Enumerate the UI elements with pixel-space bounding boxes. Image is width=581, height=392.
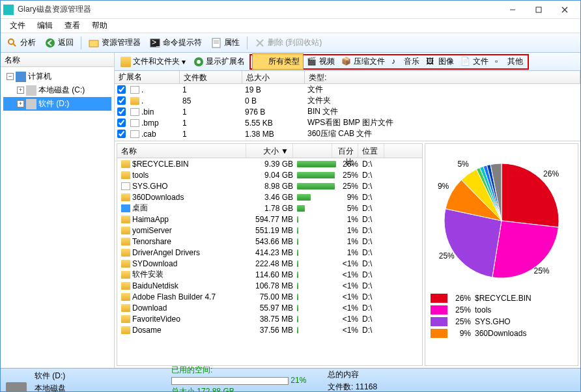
analyze-button[interactable]: 分析	[3, 35, 40, 50]
file-row[interactable]: Dosame37.56 MB<1%D:\	[117, 324, 422, 335]
file-row[interactable]: $RECYCLE.BIN9.39 GB26%D:\	[117, 158, 422, 169]
col-loc[interactable]: 位置	[358, 144, 384, 158]
svg-point-4	[8, 39, 14, 44]
drive-label: 软件 (D:)	[35, 371, 171, 382]
left-panel: 名称 −计算机+本地磁盘 (C:)+软件 (D:)	[1, 53, 115, 368]
ext-checkbox[interactable]	[117, 107, 126, 116]
chevron-down-icon: ▾	[182, 57, 186, 66]
file-row[interactable]: Tenorshare543.66 MB1%D:\	[117, 236, 422, 247]
ext-row[interactable]: .bmp15.55 KBWPS看图 BMP 图片文件	[115, 117, 580, 128]
folder-icon	[121, 160, 130, 168]
file-row[interactable]: 软件安装114.60 MB<1%D:\	[117, 269, 422, 280]
file-row[interactable]: yomiServer551.19 MB1%D:\	[117, 225, 422, 236]
file-row[interactable]: 桌面1.78 GB5%D:\	[117, 203, 422, 214]
col-type[interactable]: 类型:	[305, 71, 580, 83]
show-ext-toggle[interactable]: 显示扩展名	[190, 54, 248, 69]
cmd-button[interactable]: >_命令提示符	[146, 35, 206, 50]
col-name[interactable]: 名称	[117, 144, 246, 158]
file-row[interactable]: Download55.97 MB<1%D:\	[117, 302, 422, 313]
tab-file[interactable]: 📄文件	[457, 54, 492, 69]
tree-expander[interactable]: +	[17, 100, 24, 107]
ext-checkbox[interactable]	[117, 130, 126, 138]
svg-text:25%: 25%	[439, 251, 455, 260]
legend-row: 9%360Downloads	[431, 328, 573, 339]
legend-swatch	[431, 317, 447, 326]
delete-button[interactable]: 删除 (到回收站)	[251, 35, 326, 50]
blank-icon: ▫	[495, 57, 505, 67]
folder-icon	[121, 282, 130, 290]
file-row[interactable]: tools9.04 GB25%D:\	[117, 169, 422, 180]
ext-checkbox[interactable]	[117, 85, 126, 94]
file-row[interactable]: SYS.GHO8.98 GB25%D:\	[117, 180, 422, 191]
summary-label: 总的内容	[328, 369, 380, 380]
folder-icon	[121, 326, 130, 334]
svg-rect-1	[536, 7, 541, 12]
drive-icon	[26, 85, 36, 96]
folder-icon	[121, 304, 130, 312]
maximize-button[interactable]	[526, 1, 552, 18]
file-row[interactable]: Adobe Flash Builder 4.775.00 MB<1%D:\	[117, 291, 422, 302]
folder-icon	[121, 216, 130, 223]
menu-edit[interactable]: 编辑	[32, 19, 58, 33]
folder-icon	[121, 249, 130, 257]
svg-text:26%: 26%	[543, 169, 559, 178]
disk-icon	[6, 382, 27, 393]
file-row[interactable]: BaiduNetdisk106.78 MB<1%D:\	[117, 280, 422, 291]
tab-other[interactable]: ▫其他	[492, 54, 526, 69]
ext-row[interactable]: .bin1976 BBIN 文件	[115, 106, 580, 117]
folder-icon	[121, 260, 130, 268]
file-row[interactable]: SYDownload222.48 MB<1%D:\	[117, 258, 422, 269]
legend-row: 26%$RECYCLE.BIN	[431, 292, 573, 304]
col-pct[interactable]: 百分比	[332, 144, 358, 158]
image-icon: 🖼	[426, 57, 436, 67]
tab-all[interactable]: 所有类型	[252, 53, 304, 70]
close-button[interactable]	[552, 1, 578, 18]
drive-type: 本地磁盘	[35, 383, 171, 393]
tab-archive[interactable]: 📦压缩文件	[338, 54, 388, 69]
ext-checkbox[interactable]	[117, 96, 126, 105]
tab-video[interactable]: 🎬视频	[304, 54, 338, 69]
ext-row[interactable]: .850 B文件夹	[115, 95, 580, 106]
ext-checkbox[interactable]	[117, 119, 126, 127]
tree-expander[interactable]: −	[7, 73, 14, 80]
document-icon: 📄	[461, 57, 471, 67]
menu-view[interactable]: 查看	[59, 19, 85, 33]
tab-image[interactable]: 🖼图像	[423, 54, 457, 69]
menu-help[interactable]: 帮助	[87, 19, 113, 33]
ext-row[interactable]: .119 B文件	[115, 84, 580, 95]
ext-row[interactable]: .cab11.38 MB360压缩 CAB 文件	[115, 128, 580, 139]
file-panel: 名称 大小 ▼ 百分比 位置 $RECYCLE.BIN9.39 GB26%D:\…	[117, 143, 423, 366]
file-row[interactable]: FavoriteVideo38.75 MB<1%D:\	[117, 313, 422, 324]
folder-icon	[120, 57, 131, 67]
properties-button[interactable]: 属性	[207, 35, 244, 50]
explorer-button[interactable]: 资源管理器	[85, 35, 145, 50]
back-button[interactable]: 返回	[41, 35, 78, 50]
tab-music[interactable]: ♪音乐	[388, 54, 423, 69]
filter-bar: 文件和文件夹▾ 显示扩展名 所有类型 🎬视频 📦压缩文件 ♪音乐 🖼图像 📄文件…	[115, 53, 580, 71]
cab-icon	[130, 130, 139, 138]
folder-icon	[121, 271, 130, 279]
filter-files-folders[interactable]: 文件和文件夹▾	[117, 54, 189, 69]
tree-item[interactable]: +软件 (D:)	[3, 97, 111, 111]
menu-file[interactable]: 文件	[5, 19, 31, 33]
col-size[interactable]: 总大小	[242, 71, 305, 83]
file-icon	[130, 86, 139, 94]
file-row[interactable]: HaimaApp594.77 MB1%D:\	[117, 214, 422, 225]
tree-expander[interactable]: +	[17, 87, 24, 94]
file-row[interactable]: DriverAngel Drivers414.23 MB1%D:\	[117, 247, 422, 258]
tree-item[interactable]: +本地磁盘 (C:)	[3, 83, 111, 97]
col-count[interactable]: 文件数	[180, 71, 242, 83]
search-icon	[7, 38, 18, 48]
tree-item[interactable]: −计算机	[3, 70, 111, 83]
col-size[interactable]: 大小 ▼	[246, 144, 293, 158]
music-icon: ♪	[391, 57, 402, 67]
col-ext[interactable]: 扩展名	[115, 71, 180, 83]
file-row[interactable]: 360Downloads3.46 GB9%D:\	[117, 191, 422, 203]
delete-icon	[255, 38, 265, 48]
minimize-button[interactable]	[500, 1, 526, 18]
desktop-icon	[121, 204, 130, 212]
pie-legend: 26%$RECYCLE.BIN25%tools25%SYS.GHO9%360Do…	[431, 292, 573, 339]
svg-text:3%: 3%	[489, 156, 501, 156]
legend-row: 25%tools	[431, 304, 573, 316]
properties-icon	[211, 38, 221, 48]
